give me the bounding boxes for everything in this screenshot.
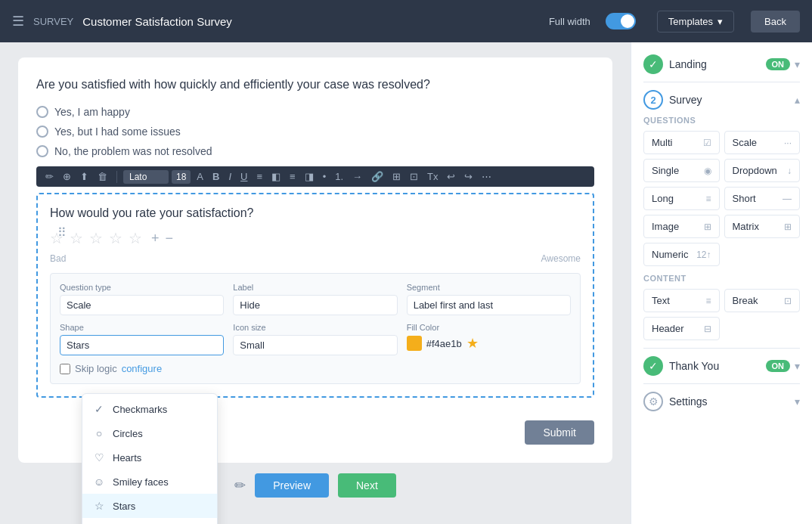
numeric-icon: 12↑ bbox=[696, 250, 711, 260]
icon-size-field: Icon size Small bbox=[233, 323, 397, 355]
add-star-icon[interactable]: + bbox=[151, 231, 160, 246]
dropdown-item-stars[interactable]: ☆ Stars bbox=[82, 494, 217, 518]
bold-icon[interactable]: B bbox=[209, 169, 222, 184]
pencil-button[interactable]: ✏ bbox=[234, 477, 246, 494]
shape-field: Shape Stars bbox=[60, 323, 224, 355]
segment-field: Segment Label first and last bbox=[407, 283, 571, 315]
survey-chevron-icon[interactable]: ▴ bbox=[795, 94, 800, 106]
icon-size-select[interactable]: Small bbox=[233, 335, 397, 355]
scale-question-title: How would you rate your satisfaction? bbox=[50, 206, 581, 220]
shape-label: Shape bbox=[60, 323, 224, 332]
templates-button[interactable]: Templates ▾ bbox=[657, 11, 734, 33]
landing-row: ✓ Landing ON ▾ bbox=[643, 54, 800, 74]
multi-button[interactable]: Multi ☑ bbox=[643, 131, 720, 154]
label-label: Label bbox=[233, 283, 397, 292]
more-icon[interactable]: ⋯ bbox=[479, 169, 494, 184]
option-2: Yes, but I had some issues bbox=[36, 126, 594, 138]
star-3[interactable]: ☆ bbox=[89, 229, 103, 247]
drag-handle[interactable]: ⠿ bbox=[57, 225, 67, 240]
redo-icon[interactable]: ↪ bbox=[461, 169, 476, 184]
indent-icon[interactable]: → bbox=[349, 169, 365, 184]
list-icon[interactable]: ≡ bbox=[253, 169, 265, 184]
option-1-label: Yes, I am happy bbox=[54, 106, 130, 118]
star-4[interactable]: ☆ bbox=[109, 229, 122, 247]
image-button[interactable]: Image ⊞ bbox=[643, 215, 720, 238]
font-selector[interactable]: Lato bbox=[123, 170, 169, 184]
option-3-label: No, the problem was not resolved bbox=[54, 145, 212, 157]
next-button[interactable]: Next bbox=[338, 473, 396, 498]
scale-stars: ☆ ☆ ☆ ☆ ☆ + − bbox=[50, 229, 581, 247]
scale-bad-label: Bad bbox=[50, 253, 66, 264]
dropdown-item-checkmarks[interactable]: ✓ Checkmarks bbox=[82, 397, 217, 421]
label-select[interactable]: Hide bbox=[233, 295, 397, 315]
color-input-row: #f4ae1b ★ bbox=[407, 335, 571, 352]
question-type-select[interactable]: Scale bbox=[60, 295, 224, 315]
ol-icon[interactable]: 1. bbox=[332, 169, 346, 184]
delete-icon[interactable]: 🗑 bbox=[95, 169, 110, 184]
app-header: ☰ SURVEY Customer Satisfaction Survey Fu… bbox=[0, 0, 812, 42]
thank-you-step: ✓ Thank You bbox=[643, 356, 719, 376]
color-hex-value: #f4ae1b bbox=[426, 338, 462, 349]
submit-button[interactable]: Submit bbox=[525, 420, 594, 445]
short-button[interactable]: Short — bbox=[724, 187, 801, 210]
fullwidth-toggle[interactable] bbox=[606, 13, 636, 29]
scale-button[interactable]: Scale ··· bbox=[724, 131, 801, 154]
dropdown-item-smiley[interactable]: ☺ Smiley faces bbox=[82, 470, 217, 494]
thank-you-on-badge: ON bbox=[766, 360, 791, 372]
landing-check-icon: ✓ bbox=[643, 54, 663, 74]
align-right-icon[interactable]: ◨ bbox=[302, 169, 317, 184]
break-button[interactable]: Break ⊡ bbox=[724, 289, 801, 312]
header-button[interactable]: Header ⊟ bbox=[643, 317, 720, 340]
ul-icon[interactable]: • bbox=[320, 169, 330, 184]
remove-star-icon[interactable]: − bbox=[166, 231, 174, 246]
landing-chevron-icon[interactable]: ▾ bbox=[795, 58, 800, 70]
image-icon[interactable]: ⊞ bbox=[389, 169, 404, 184]
align-left-icon[interactable]: ◧ bbox=[268, 169, 284, 184]
radio-circle bbox=[36, 106, 48, 118]
skip-logic-checkbox[interactable] bbox=[60, 364, 70, 374]
shape-select[interactable]: Stars bbox=[60, 335, 224, 355]
star-2[interactable]: ☆ bbox=[70, 229, 83, 247]
option-3: No, the problem was not resolved bbox=[36, 145, 594, 157]
question-toolbar: ✏ ⊕ ⬆ 🗑 Lato 18 A B I U ≡ ◧ ≡ ◨ • 1. → 🔗… bbox=[36, 166, 594, 187]
fill-color-label: Fill Color bbox=[407, 323, 571, 332]
dropdown-item-circles[interactable]: ○ Circles bbox=[82, 421, 217, 445]
question-buttons-grid: Multi ☑ Scale ··· Single ◉ Dropdown ↓ Lo… bbox=[643, 131, 800, 266]
editor-panel: Are you satisfied with how quickly and e… bbox=[0, 42, 631, 524]
link-icon[interactable]: 🔗 bbox=[368, 169, 386, 184]
up-icon[interactable]: ⬆ bbox=[77, 169, 91, 184]
configure-link[interactable]: configure bbox=[122, 363, 162, 374]
dropdown-item-hearts[interactable]: ♡ Hearts bbox=[82, 445, 217, 470]
numeric-button[interactable]: Numeric 12↑ bbox=[643, 243, 720, 266]
underline-icon[interactable]: U bbox=[237, 169, 250, 184]
text-button[interactable]: Text ≡ bbox=[643, 289, 720, 312]
shape-dropdown-menu: ✓ Checkmarks ○ Circles ♡ Hearts ☺ Smiley… bbox=[82, 393, 218, 524]
questions-section-label: Questions bbox=[643, 116, 800, 125]
font-color-icon[interactable]: A bbox=[194, 169, 206, 184]
dropdown-button[interactable]: Dropdown ↓ bbox=[724, 159, 801, 182]
font-size-selector[interactable]: 18 bbox=[172, 170, 191, 184]
matrix-button[interactable]: Matrix ⊞ bbox=[724, 215, 801, 238]
clear-icon[interactable]: Tx bbox=[424, 169, 441, 184]
settings-chevron-icon[interactable]: ▾ bbox=[795, 395, 800, 408]
preview-button[interactable]: Preview bbox=[255, 473, 329, 498]
align-center-icon[interactable]: ≡ bbox=[287, 169, 299, 184]
embed-icon[interactable]: ⊡ bbox=[407, 169, 421, 184]
fullwidth-label: Full width bbox=[549, 16, 590, 27]
survey-label: SURVEY bbox=[33, 16, 73, 27]
undo-icon[interactable]: ↩ bbox=[444, 169, 458, 184]
survey-row: 2 Survey ▴ bbox=[643, 90, 800, 110]
hearts-icon: ♡ bbox=[93, 451, 105, 464]
long-button[interactable]: Long ≡ bbox=[643, 187, 720, 210]
dropdown-item-thumbsup[interactable]: 👍 Thumbs-up bbox=[82, 518, 217, 524]
edit-icon[interactable]: ✏ bbox=[42, 169, 57, 184]
back-button[interactable]: Back bbox=[751, 11, 800, 33]
thank-you-chevron-icon[interactable]: ▾ bbox=[795, 360, 800, 372]
add-icon[interactable]: ⊕ bbox=[60, 169, 74, 184]
italic-icon[interactable]: I bbox=[225, 169, 234, 184]
single-button[interactable]: Single ◉ bbox=[643, 159, 720, 182]
landing-label: Landing bbox=[669, 58, 707, 70]
segment-select[interactable]: Label first and last bbox=[407, 295, 571, 315]
star-5[interactable]: ☆ bbox=[129, 229, 142, 247]
color-swatch[interactable] bbox=[407, 336, 422, 351]
